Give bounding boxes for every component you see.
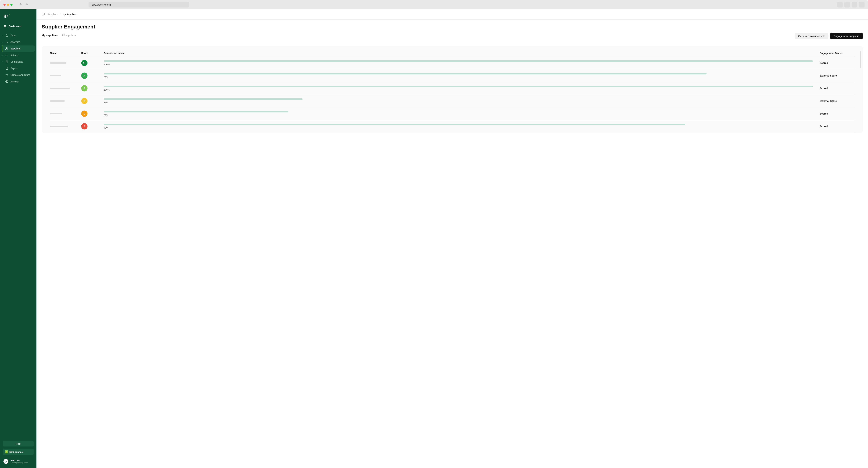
engage-suppliers-button[interactable]: Engage new suppliers — [830, 33, 863, 39]
browser-btn-1[interactable] — [837, 2, 843, 7]
confidence-cell: 39% — [104, 98, 820, 104]
sidebar-item-label: Actions — [10, 54, 19, 57]
supplier-name-cell — [50, 113, 81, 114]
sidebar-item-climate-app-store[interactable]: Climate App Store — [2, 72, 35, 78]
sidebar-item-export[interactable]: Export — [2, 65, 35, 71]
generate-invitation-button[interactable]: Generate invitation link — [795, 33, 828, 39]
page-title: Supplier Engagement — [42, 24, 863, 30]
user-profile[interactable]: gr John Doe support@greenly.earth — [3, 458, 34, 465]
table-header: Name Score Confidence Index Engagement S… — [50, 50, 855, 57]
sidebar: gr● Dashboard DataAnalyticsSuppliersActi… — [0, 9, 36, 468]
bolt-icon: ⚡ — [5, 450, 8, 454]
col-name: Name — [50, 52, 81, 55]
browser-chrome: app.greenly.earth — [0, 0, 868, 9]
sidebar-item-label: Data — [10, 34, 16, 37]
nav-arrows — [19, 3, 28, 7]
score-cell: C — [81, 98, 104, 104]
suppliers-icon — [5, 47, 8, 50]
tab-my-suppliers[interactable]: My suppliers — [42, 34, 58, 38]
sidebar-item-actions[interactable]: Actions — [2, 52, 35, 58]
table-row[interactable]: C 39% External Score — [50, 95, 855, 107]
panel-toggle-icon[interactable] — [42, 12, 45, 16]
user-name: John Doe — [10, 459, 28, 462]
analytics-icon — [5, 40, 8, 43]
sidebar-item-label: Settings — [10, 80, 19, 83]
score-cell: B — [81, 85, 104, 91]
confidence-value: 70% — [104, 126, 813, 129]
tab-all-suppliers[interactable]: All suppliers — [62, 34, 76, 38]
browser-buttons — [837, 2, 865, 7]
status-cell: External Score — [820, 74, 855, 77]
col-score: Score — [81, 52, 104, 55]
browser-btn-2[interactable] — [844, 2, 850, 7]
supplier-name-cell — [50, 75, 81, 76]
esg-connect-button[interactable]: ⚡ ESG connect — [3, 449, 34, 455]
esg-label: ESG connect — [9, 450, 24, 453]
score-badge: B — [81, 85, 88, 91]
browser-btn-3[interactable] — [852, 2, 857, 7]
browser-btn-4[interactable] — [859, 2, 865, 7]
back-button[interactable] — [19, 3, 22, 7]
scrollbar-thumb[interactable] — [860, 51, 861, 68]
col-confidence: Confidence Index — [104, 52, 820, 55]
export-icon — [5, 67, 8, 70]
upload-icon — [5, 34, 8, 37]
breadcrumb-my-suppliers[interactable]: My Suppliers — [62, 13, 76, 16]
score-cell: A — [81, 72, 104, 79]
score-cell: A+ — [81, 60, 104, 66]
user-info: John Doe support@greenly.earth — [10, 459, 28, 464]
sidebar-item-suppliers[interactable]: Suppliers — [2, 45, 35, 52]
svg-rect-1 — [5, 25, 6, 26]
table-row[interactable]: D 36% Scored — [50, 107, 855, 120]
supplier-name-cell — [50, 62, 81, 64]
sidebar-item-analytics[interactable]: Analytics — [2, 39, 35, 45]
score-badge: E — [81, 123, 88, 129]
status-cell: Scored — [820, 125, 855, 128]
table-row[interactable]: E 70% Scored — [50, 120, 855, 133]
svg-point-7 — [6, 48, 7, 49]
name-placeholder — [50, 75, 61, 76]
status-cell: External Score — [820, 100, 855, 102]
confidence-cell: 100% — [104, 86, 820, 91]
status-cell: Scored — [820, 87, 855, 90]
confidence-cell: 70% — [104, 124, 820, 129]
confidence-cell: 85% — [104, 73, 820, 79]
url-bar[interactable]: app.greenly.earth — [89, 2, 189, 7]
supplier-name-cell — [50, 88, 81, 89]
table-row[interactable]: A 85% External Score — [50, 69, 855, 82]
forward-button[interactable] — [25, 3, 28, 7]
progress-bar — [104, 111, 813, 113]
name-placeholder — [50, 113, 62, 114]
name-placeholder — [50, 100, 65, 102]
table-row[interactable]: A+ 100% Scored — [50, 57, 855, 69]
help-button[interactable]: Help — [3, 441, 34, 446]
sidebar-item-label: Compliance — [10, 60, 23, 63]
window-maximize[interactable] — [10, 4, 12, 6]
window-close[interactable] — [3, 4, 5, 6]
actions: Generate invitation link Engage new supp… — [795, 33, 863, 39]
suppliers-table: Name Score Confidence Index Engagement S… — [42, 46, 863, 133]
sidebar-item-dashboard[interactable]: Dashboard — [0, 23, 36, 30]
sidebar-item-compliance[interactable]: Compliance — [2, 59, 35, 65]
breadcrumb-suppliers[interactable]: Suppliers — [48, 13, 58, 16]
svg-rect-12 — [42, 13, 44, 15]
confidence-cell: 36% — [104, 111, 820, 117]
window-minimize[interactable] — [7, 4, 9, 6]
logo: gr● — [0, 13, 36, 23]
progress-bar — [104, 73, 813, 74]
sidebar-item-data[interactable]: Data — [2, 32, 35, 38]
score-badge: A — [81, 72, 88, 79]
top-bar: Suppliers / My Suppliers — [36, 9, 868, 20]
confidence-value: 36% — [104, 114, 813, 117]
table-row[interactable]: B 100% Scored — [50, 82, 855, 95]
traffic-lights — [3, 4, 12, 6]
breadcrumb-separator: / — [60, 13, 60, 16]
progress-bar — [104, 60, 813, 62]
svg-rect-3 — [5, 26, 6, 27]
confidence-value: 85% — [104, 76, 813, 79]
tabs: My suppliers All suppliers — [42, 34, 76, 38]
sidebar-item-label: Suppliers — [10, 47, 21, 50]
store-icon — [5, 73, 8, 76]
status-cell: Scored — [820, 112, 855, 115]
sidebar-item-settings[interactable]: Settings — [2, 79, 35, 85]
